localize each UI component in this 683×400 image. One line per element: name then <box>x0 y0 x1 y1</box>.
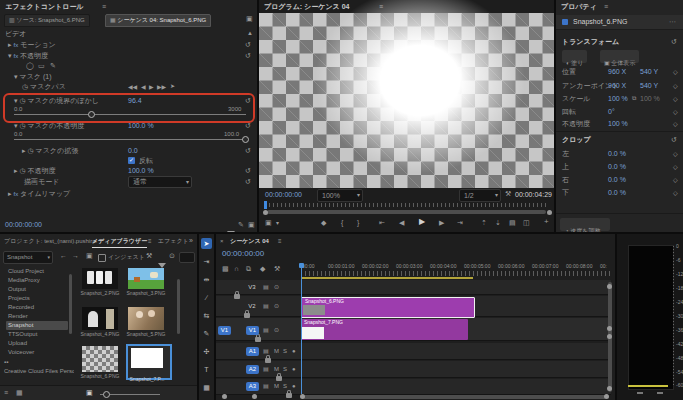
opacity-value[interactable]: 100 % <box>608 120 628 128</box>
track-selector-a2[interactable]: A2 <box>246 365 259 374</box>
folder-item[interactable]: Recorded <box>8 304 34 311</box>
tree-scrollbar[interactable] <box>69 274 72 334</box>
mark-out-icon[interactable]: } <box>357 219 359 227</box>
play-icon[interactable]: ▶ <box>419 218 425 227</box>
panel-menu-icon[interactable]: ≡ <box>102 3 106 11</box>
tab-effects[interactable]: エフェクト <box>158 238 189 245</box>
lock-icon[interactable] <box>286 393 292 398</box>
razor-tool[interactable]: ∕ <box>201 292 212 303</box>
selection-tool[interactable]: ➤ <box>201 238 212 249</box>
go-to-in-icon[interactable]: ⇤ <box>379 219 385 227</box>
track-meter-icon[interactable]: ▤ <box>263 348 269 355</box>
track-selector-a3[interactable]: A3 <box>246 382 259 391</box>
crop-section-title[interactable]: クロップ <box>562 136 591 144</box>
tab-sequence[interactable]: ▦ シーケンス 04: Snapshot_6.PNG <box>105 14 211 27</box>
audio-meter[interactable] <box>628 245 674 390</box>
cc-files-item[interactable]: Creative Cloud Files Persona <box>4 368 74 375</box>
track-selector-v3[interactable]: V3 <box>246 284 258 291</box>
h-scrollbar[interactable] <box>303 395 606 399</box>
timeline-ruler[interactable] <box>301 271 611 276</box>
crop-bottom-value[interactable]: 0.0 % <box>608 189 626 197</box>
lock-icon[interactable] <box>255 337 261 342</box>
keyframe-diamond-icon[interactable]: ◇ <box>673 176 678 183</box>
stopwatch-icon[interactable]: ◷ <box>22 83 28 90</box>
extract-icon[interactable]: ⇣ <box>495 219 501 227</box>
folder-item[interactable]: Projects <box>8 295 30 302</box>
folder-item[interactable]: Voiceover <box>8 349 34 356</box>
header-zoom-handle-right[interactable] <box>252 394 257 399</box>
reset-transform-icon[interactable]: ↺ <box>671 38 677 46</box>
row-mask-group[interactable]: ▾ マスク (1) <box>14 73 51 81</box>
source-patch-v1[interactable]: V1 <box>218 326 231 335</box>
toggle-output-eye-icon[interactable]: ⊙ <box>274 303 279 310</box>
program-mini-ruler[interactable] <box>265 203 548 207</box>
v-scroll-handle-mid1[interactable] <box>607 326 612 331</box>
adjust-speed-button[interactable]: ◔ 速度を調整... <box>560 218 610 231</box>
thumb-snapshot4[interactable] <box>82 307 118 330</box>
close-icon[interactable]: × <box>220 238 224 245</box>
folder-item[interactable]: Output <box>8 286 26 293</box>
row-mask-path[interactable]: ◷ マスクパス <box>22 83 66 91</box>
hand-tool[interactable]: ✣ <box>201 346 212 357</box>
back-icon[interactable]: ← <box>60 252 67 260</box>
lock-icon[interactable] <box>276 376 282 381</box>
go-to-out-icon[interactable]: ⇥ <box>457 219 463 227</box>
list-view-icon[interactable]: ≡ <box>4 389 8 397</box>
ec-timecode[interactable]: 00:00:00:00 <box>5 221 42 229</box>
keyframe-diamond-icon[interactable]: ◇ <box>673 189 678 196</box>
tab-project[interactable]: プロジェクト: test_(nami).pushira <box>4 238 96 245</box>
type-tool[interactable]: T <box>201 364 212 375</box>
mic-icon[interactable]: ● <box>292 366 296 373</box>
stopwatch-icon[interactable]: ◷ <box>27 147 33 154</box>
panel-menu-icon[interactable]: ≡ <box>148 238 152 245</box>
thumb-snapshot5[interactable] <box>128 307 164 330</box>
export-frame-icon[interactable]: ▤ <box>509 219 516 227</box>
v-scroll-handle-bottom[interactable] <box>607 386 612 391</box>
scrollbar-left-handle[interactable] <box>263 210 268 215</box>
add-marker-icon[interactable]: ◆ <box>260 265 265 273</box>
scale-x[interactable]: 100 % <box>608 95 628 103</box>
collapse-icon[interactable]: ▲ <box>247 30 253 37</box>
track-meter-icon[interactable]: ▤ <box>263 284 269 291</box>
fill-button[interactable]: ◐ 塗り <box>562 50 587 63</box>
playhead-head[interactable] <box>299 263 304 268</box>
solo-icon[interactable]: S <box>283 348 287 355</box>
add-marker-icon[interactable]: ◆ <box>321 219 326 227</box>
nest-icon[interactable]: ▩ <box>222 265 229 273</box>
icon-view-icon[interactable]: ▦ <box>16 389 23 397</box>
stopwatch-icon[interactable]: ◷ <box>19 122 25 129</box>
position-x[interactable]: 960 X <box>608 68 626 76</box>
mute-icon[interactable]: M <box>274 366 279 373</box>
filter-icon[interactable] <box>227 222 235 232</box>
folder-item[interactable]: MediaProxy <box>8 277 40 284</box>
track-meter-icon[interactable]: ▤ <box>263 303 269 310</box>
reset-opacity2-icon[interactable]: ↺ <box>245 167 251 175</box>
timeline-timecode[interactable]: 00:00:00:00 <box>222 250 264 259</box>
solo-icon[interactable]: S <box>283 366 287 373</box>
opacity-value[interactable]: 100.0 % <box>128 167 154 175</box>
track-selector-v2[interactable]: V2 <box>246 303 258 310</box>
chevron-down-icon[interactable]: ▾ <box>276 220 279 227</box>
work-area-bar[interactable] <box>301 277 473 279</box>
keyframe-diamond-icon[interactable]: ◇ <box>673 95 678 102</box>
mute-icon[interactable]: M <box>274 383 279 390</box>
step-forward-icon[interactable]: ▶ <box>439 219 444 227</box>
ripple-edit-tool[interactable]: ⇹ <box>201 274 212 285</box>
lock-icon[interactable] <box>265 358 271 363</box>
forward-icon[interactable]: → <box>72 252 79 260</box>
wrench-icon[interactable]: ⚒ <box>505 190 511 198</box>
reset-opacity-icon[interactable]: ↺ <box>245 52 251 60</box>
slip-tool[interactable]: ⇆ <box>201 310 212 321</box>
panel-corner-icon[interactable]: ▣ <box>246 15 253 23</box>
track-mask-fwd-icon[interactable]: ▶ <box>149 84 154 91</box>
folder-item-selected[interactable]: Snapshot <box>8 322 33 329</box>
anchor-x[interactable]: 960 X <box>608 82 626 90</box>
rect-mask-icon[interactable]: ▭ <box>38 62 45 70</box>
folder-item[interactable]: Render <box>8 313 28 320</box>
mute-icon[interactable]: M <box>274 348 279 355</box>
reset-crop-icon[interactable]: ↺ <box>671 136 677 144</box>
thumb-snapshot3[interactable] <box>128 268 164 289</box>
keyframe-diamond-icon[interactable]: ◇ <box>673 120 678 127</box>
eye-icon[interactable]: ⊙ <box>169 252 175 260</box>
tab-source[interactable]: ▥ ソース: Snapshot_6.PNG <box>4 14 90 27</box>
